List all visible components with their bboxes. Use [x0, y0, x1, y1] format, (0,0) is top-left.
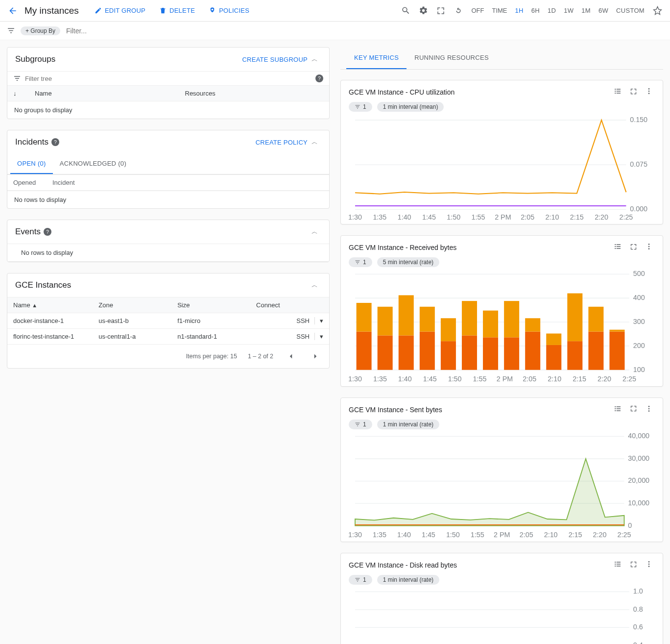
interval-pill[interactable]: 1 min interval (mean) — [377, 102, 444, 112]
fullscreen-icon[interactable] — [627, 243, 639, 252]
range-1h[interactable]: 1H — [511, 2, 527, 20]
page-prev-icon[interactable] — [284, 349, 298, 363]
create-subgroup-button[interactable]: CREATE SUBGROUP — [242, 56, 308, 63]
more-vert-icon[interactable] — [643, 560, 655, 570]
sort-icon[interactable]: ↓ — [7, 86, 29, 101]
ssh-button[interactable]: SSH — [296, 317, 310, 324]
svg-text:0.8: 0.8 — [633, 605, 643, 613]
chart-received: GCE VM Instance - Received bytes 1 5 min… — [340, 235, 663, 386]
svg-text:2:10: 2:10 — [548, 375, 561, 383]
filter-pill[interactable]: 1 — [349, 575, 372, 585]
more-vert-icon[interactable] — [643, 243, 655, 252]
edit-group-button[interactable]: EDIT GROUP — [88, 2, 152, 20]
range-custom[interactable]: CUSTOM — [612, 2, 648, 20]
chart-title: GCE VM Instance - Received bytes — [349, 244, 456, 251]
star-icon[interactable] — [648, 2, 666, 20]
cell-size: n1-standard-1 — [171, 329, 250, 344]
pager-range: 1 – 2 of 2 — [248, 353, 273, 360]
settings-gear-icon[interactable] — [414, 2, 432, 20]
fullscreen-icon[interactable] — [627, 88, 639, 97]
interval-pill[interactable]: 1 min interval (rate) — [377, 575, 439, 585]
legend-toggle-icon[interactable] — [612, 87, 623, 97]
legend-toggle-icon[interactable] — [612, 560, 623, 570]
refresh-off-label[interactable]: OFF — [467, 7, 488, 14]
group-by-chip[interactable]: + Group By — [21, 26, 60, 35]
svg-text:1:50: 1:50 — [448, 375, 462, 383]
back-arrow-icon[interactable] — [4, 2, 22, 20]
fullscreen-icon[interactable] — [627, 561, 639, 570]
help-icon[interactable]: ? — [51, 138, 59, 146]
col-name[interactable]: Name ▲ — [7, 297, 93, 313]
svg-text:0.075: 0.075 — [630, 160, 647, 168]
range-1w[interactable]: 1W — [560, 2, 577, 20]
filter-input[interactable] — [63, 25, 666, 37]
collapse-icon[interactable]: ︿ — [308, 55, 321, 64]
tab-open[interactable]: OPEN (0) — [10, 154, 53, 174]
col-opened[interactable]: Opened — [7, 175, 47, 190]
svg-point-0 — [648, 88, 650, 90]
col-name[interactable]: Name — [29, 86, 179, 101]
interval-pill[interactable]: 1 min interval (rate) — [377, 420, 439, 429]
svg-text:2:05: 2:05 — [521, 213, 534, 221]
filter-pill[interactable]: 1 — [349, 257, 372, 267]
collapse-icon[interactable]: ︿ — [308, 138, 321, 147]
svg-text:1.0: 1.0 — [633, 587, 643, 595]
create-policy-button[interactable]: CREATE POLICY — [256, 139, 308, 146]
interval-pill[interactable]: 5 min interval (rate) — [377, 257, 439, 267]
svg-text:2:20: 2:20 — [593, 531, 607, 539]
delete-button[interactable]: DELETE — [152, 2, 202, 20]
col-zone[interactable]: Zone — [93, 297, 171, 313]
help-icon[interactable]: ? — [315, 74, 323, 82]
fullscreen-icon[interactable] — [432, 2, 450, 20]
svg-text:1:40: 1:40 — [398, 213, 411, 221]
tab-running-resources[interactable]: RUNNING RESOURCES — [407, 47, 497, 69]
range-6h[interactable]: 6H — [527, 2, 544, 20]
policies-button[interactable]: POLICIES — [202, 2, 256, 20]
ssh-button[interactable]: SSH — [296, 333, 310, 340]
svg-text:0.000: 0.000 — [630, 205, 647, 213]
ssh-dropdown-icon[interactable]: ▾ — [314, 333, 323, 340]
svg-rect-55 — [441, 319, 456, 342]
svg-text:1:40: 1:40 — [397, 531, 411, 539]
fullscreen-icon[interactable] — [627, 405, 639, 414]
col-size[interactable]: Size — [171, 297, 250, 313]
gce-instances-title: GCE Instances — [15, 280, 71, 290]
filter-bar: + Group By — [0, 22, 670, 40]
range-1m[interactable]: 1M — [577, 2, 595, 20]
filter-pill[interactable]: 1 — [349, 102, 372, 112]
legend-toggle-icon[interactable] — [612, 405, 623, 415]
svg-text:300: 300 — [633, 318, 645, 325]
help-icon[interactable]: ? — [44, 228, 51, 236]
filter-pill[interactable]: 1 — [349, 420, 372, 429]
right-column: KEY METRICS RUNNING RESOURCES GCE VM Ins… — [340, 47, 663, 644]
subgroups-empty: No groups to display — [7, 101, 329, 119]
svg-rect-62 — [525, 332, 540, 370]
tab-acknowledged[interactable]: ACKNOWLEDGED (0) — [53, 154, 133, 174]
col-incident[interactable]: Incident — [47, 175, 329, 190]
range-6w[interactable]: 6W — [595, 2, 612, 20]
incidents-title: Incidents — [15, 137, 48, 147]
collapse-icon[interactable]: ︿ — [308, 281, 321, 290]
cell-name[interactable]: florinc-test-instance-1 — [7, 329, 93, 344]
filter-list-icon[interactable] — [4, 24, 18, 38]
pager-label: Items per page: 15 — [186, 353, 237, 360]
table-row: docker-instance-1us-east1-bf1-microSSH▾ — [7, 313, 329, 329]
collapse-icon[interactable]: ︿ — [308, 227, 321, 236]
more-vert-icon[interactable] — [643, 87, 655, 97]
more-vert-icon[interactable] — [643, 405, 655, 415]
search-icon[interactable] — [397, 2, 414, 20]
filter-tree-input[interactable] — [25, 75, 309, 82]
tab-key-metrics[interactable]: KEY METRICS — [346, 47, 407, 69]
range-1d[interactable]: 1D — [544, 2, 560, 20]
svg-text:2:05: 2:05 — [520, 531, 533, 539]
svg-text:2:20: 2:20 — [598, 375, 611, 383]
events-empty: No rows to display — [7, 244, 329, 262]
page-next-icon[interactable] — [309, 349, 322, 363]
col-resources[interactable]: Resources — [179, 86, 330, 101]
legend-toggle-icon[interactable] — [612, 243, 623, 252]
col-connect[interactable]: Connect — [250, 297, 329, 313]
svg-rect-71 — [609, 330, 624, 332]
refresh-icon[interactable] — [450, 2, 467, 20]
ssh-dropdown-icon[interactable]: ▾ — [314, 317, 323, 324]
cell-name[interactable]: docker-instance-1 — [7, 313, 93, 328]
